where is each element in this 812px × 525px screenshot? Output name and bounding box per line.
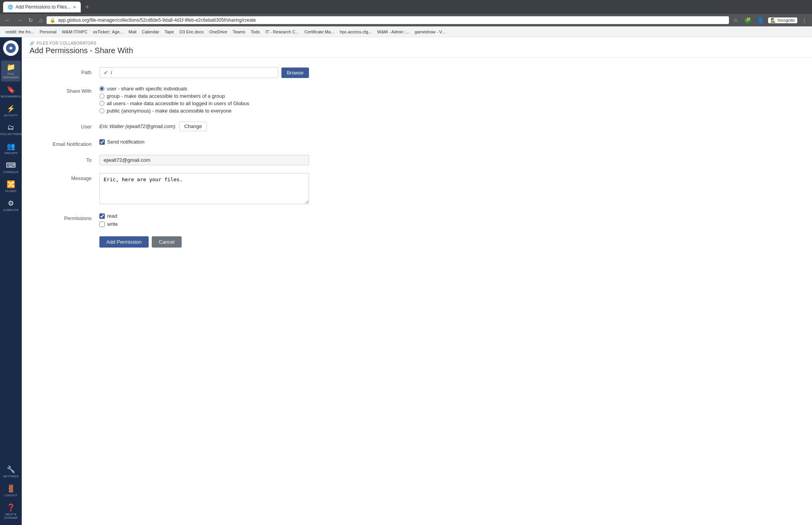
action-buttons: Add Permission Cancel (99, 235, 309, 248)
tab-close-icon[interactable]: ✕ (73, 5, 76, 9)
share-with-row: Share With user - share with specific in… (37, 86, 309, 114)
permissions-control: read write (99, 213, 309, 227)
share-with-label: Share With (37, 86, 99, 94)
radio-user[interactable]: user - share with specific individuals (99, 86, 309, 92)
bookmark-osticket[interactable]: osTicket:: Age... (90, 29, 125, 35)
path-label: Path (37, 67, 99, 75)
sidebar-item-file-manager[interactable]: 📁 FILEMANAGER (1, 61, 21, 81)
user-control: Eric Walter (ejwalt72@gmail.com) Change (99, 121, 309, 131)
path-row: Path ✔ / Browse (37, 67, 309, 78)
radio-all-users-label: all users - make data accessible to all … (107, 100, 249, 106)
sidebar-item-groups[interactable]: 👥 GROUPS (1, 140, 21, 157)
message-textarea[interactable]: Eric, here are your files. (99, 173, 309, 204)
extensions-icon[interactable]: 🧩 (743, 16, 753, 24)
app-logo[interactable] (3, 40, 19, 56)
address-bar[interactable]: 🔒 app.globus.org/file-manager/collection… (47, 16, 729, 24)
address-text: app.globus.org/file-manager/collections/… (58, 17, 256, 23)
sidebar-item-compute[interactable]: ⚙ COMPUTE (1, 197, 21, 214)
active-tab[interactable]: 🌐 Add Permissions to Files... ✕ (3, 2, 81, 12)
message-control: Eric, here are your files. (99, 173, 309, 205)
settings-icon: 🔧 (7, 465, 15, 474)
sidebar-label-console: CONSOLE (3, 170, 18, 174)
bookmark-reddit[interactable]: reddit: the fro... (3, 29, 36, 35)
sidebar-item-activity[interactable]: ⚡ ACTIVITY (1, 102, 21, 120)
bookmark-star-icon[interactable]: ☆ (731, 16, 740, 24)
action-label-spacer (37, 235, 99, 237)
bookmark-hpc-access[interactable]: hpc-access.cfg... (337, 29, 374, 35)
reload-button[interactable]: ↻ (26, 16, 35, 24)
email-notification-label: Email Notification (37, 139, 99, 147)
path-value: / (111, 70, 112, 76)
sidebar-label-file-manager: FILEMANAGER (3, 72, 19, 79)
radio-all-users-input[interactable] (99, 101, 104, 106)
email-notification-control: Send notification (99, 139, 309, 145)
bookmark-onedrive[interactable]: OneDrive (207, 29, 229, 35)
sidebar-item-logout[interactable]: 🚪 LOGOUT (1, 482, 21, 499)
sidebar-item-collections[interactable]: 🗂 COLLECTIONS (1, 121, 21, 138)
share-with-control: user - share with specific individuals g… (99, 86, 309, 114)
bookmark-personal[interactable]: Personal (37, 29, 59, 35)
sidebar-item-console[interactable]: ⌨ CONSOLE (1, 159, 21, 176)
permissions-label: Permissions (37, 213, 99, 221)
permissions-row: Permissions read write (37, 213, 309, 227)
sidebar-label-collections: COLLECTIONS (0, 132, 22, 136)
permission-read-checkbox[interactable] (99, 213, 105, 219)
bookmark-gameshow[interactable]: gameshow - V... (412, 29, 447, 35)
permission-read[interactable]: read (99, 213, 309, 219)
send-notification-checkbox[interactable] (99, 139, 105, 145)
bookmarks-bar: reddit: the fro... Personal W&M IT/HPC o… (0, 26, 812, 37)
browse-button[interactable]: Browse (281, 68, 309, 78)
bookmark-todo[interactable]: Todo (248, 29, 262, 35)
profile-icon[interactable]: 👤 (755, 16, 766, 24)
sidebar-label-flows: FLOWS (5, 189, 16, 193)
message-row: Message Eric, here are your files. (37, 173, 309, 205)
back-button[interactable]: ← (3, 16, 12, 24)
add-permission-button[interactable]: Add Permission (99, 236, 149, 248)
permissions-group: read write (99, 213, 309, 227)
forward-button[interactable]: → (15, 16, 24, 24)
new-tab-button[interactable]: + (83, 3, 91, 10)
sidebar-item-settings[interactable]: 🔧 SETTINGS (1, 463, 21, 480)
radio-group-input[interactable] (99, 94, 104, 99)
sidebar-item-help[interactable]: ❓ HELP &SITEMAP (1, 501, 21, 522)
menu-button[interactable]: ⋮ (800, 16, 809, 24)
change-button[interactable]: Change (179, 121, 207, 131)
bookmark-calendar[interactable]: Calendar (139, 29, 161, 35)
sidebar-label-activity: ACTIVITY (4, 114, 18, 117)
bookmark-wm-admin[interactable]: W&M - Admin :... (375, 29, 412, 35)
bookmark-tape[interactable]: Tape (162, 29, 176, 35)
bookmark-teams[interactable]: Teams (230, 29, 247, 35)
action-buttons-control: Add Permission Cancel (99, 235, 309, 248)
console-icon: ⌨ (6, 161, 16, 170)
radio-user-input[interactable] (99, 86, 104, 91)
radio-all-users[interactable]: all users - make data accessible to all … (99, 100, 309, 106)
cancel-button[interactable]: Cancel (152, 236, 181, 248)
radio-public[interactable]: public (anonymous) - make data accessibl… (99, 108, 309, 114)
bookmark-certificate[interactable]: Certificate Ma... (302, 29, 337, 35)
send-notification-checkbox-label[interactable]: Send notification (99, 139, 309, 145)
message-label: Message (37, 173, 99, 181)
radio-group[interactable]: group - make data accessible to members … (99, 93, 309, 99)
bookmarks-icon: 🔖 (7, 85, 15, 94)
sidebar-item-flows[interactable]: 🔀 FLOWS (1, 178, 21, 195)
incognito-label: Incognito (777, 18, 795, 23)
sidebar-item-bookmarks[interactable]: 🔖 BOOKMARKS (1, 83, 21, 100)
email-notification-row: Email Notification Send notification (37, 139, 309, 147)
bookmark-it-research[interactable]: IT - Research C... (263, 29, 302, 35)
page-title: Add Permissions - Share With (29, 46, 804, 55)
permission-write[interactable]: write (99, 221, 309, 227)
sidebar: 📁 FILEMANAGER 🔖 BOOKMARKS ⚡ ACTIVITY 🗂 C… (0, 37, 22, 525)
home-button[interactable]: ⌂ (37, 16, 44, 24)
permission-read-label: read (107, 213, 117, 219)
subtitle-icon: 🔗 (29, 41, 35, 45)
permission-write-checkbox[interactable] (99, 222, 105, 227)
radio-public-input[interactable] (99, 108, 104, 113)
to-row: To (37, 155, 309, 165)
bookmark-mail[interactable]: Mail (126, 29, 139, 35)
sidebar-label-help: HELP &SITEMAP (4, 513, 17, 520)
bookmark-wm-it[interactable]: W&M IT/HPC (59, 29, 90, 35)
permission-write-label: write (107, 221, 118, 227)
to-input[interactable] (99, 155, 309, 165)
activity-icon: ⚡ (7, 104, 15, 113)
bookmark-o3eric[interactable]: O3 Eric.docx (177, 29, 206, 35)
